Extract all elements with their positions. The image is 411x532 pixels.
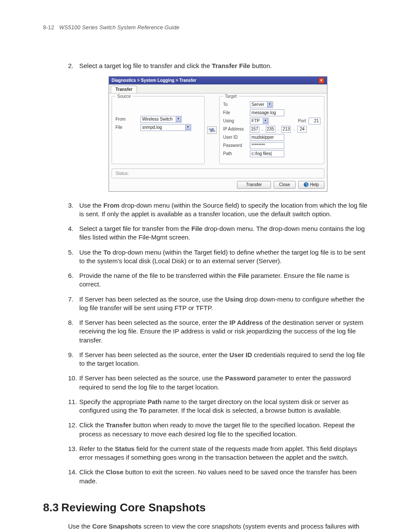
- close-button[interactable]: Close: [274, 181, 296, 189]
- dialog-breadcrumb: Diagnostics > System Logging > Transfer: [112, 78, 196, 84]
- label-from: From: [115, 116, 138, 122]
- step-number: 8.: [68, 318, 79, 345]
- term-transfer-file: Transfer File: [212, 62, 250, 69]
- path-input[interactable]: c:/log files|: [250, 150, 284, 157]
- term-using: Using: [225, 296, 243, 303]
- term-status: Status: [115, 445, 135, 452]
- chevron-down-icon: ▾: [267, 102, 272, 107]
- header-title: WS5100 Series Switch System Reference Gu…: [59, 25, 180, 31]
- step-7: 7. If Server has been selected as the so…: [68, 295, 368, 313]
- from-select[interactable]: Wireless Switch▾: [140, 116, 182, 123]
- legend-target: Target: [223, 93, 239, 100]
- term-password: Password: [225, 374, 256, 382]
- label-using: Using: [223, 118, 247, 124]
- step-number: 14.: [68, 468, 79, 485]
- step-body: Refer to the Status field for the curren…: [79, 445, 368, 462]
- close-icon[interactable]: ×: [318, 78, 324, 84]
- step-11: 11. Specify the appropriate Path name to…: [68, 398, 368, 415]
- page-number: 8-12: [43, 25, 54, 31]
- step-number: 10.: [68, 374, 79, 392]
- term-to: To: [139, 407, 146, 414]
- password-input[interactable]: ********: [250, 142, 284, 149]
- step-body: Select a target log file to transfer and…: [79, 62, 368, 70]
- step-number: 5.: [68, 248, 79, 266]
- step-number: 7.: [68, 295, 79, 313]
- section-number: 8.3: [43, 501, 59, 514]
- label-password: Password: [223, 143, 247, 149]
- step-body: Click the Close button to exit the scree…: [79, 468, 368, 485]
- ip-octet-3[interactable]: 213: [281, 126, 291, 133]
- section-heading: 8.3Reviewing Core Snapshots: [43, 500, 368, 515]
- step-list: 2. Select a target log file to transfer …: [68, 62, 368, 485]
- chevron-down-icon: ▾: [176, 117, 181, 122]
- term-path: Path: [147, 398, 162, 405]
- term-close: Close: [106, 468, 124, 476]
- tab-transfer[interactable]: Transfer: [111, 86, 137, 93]
- transfer-button[interactable]: Transfer: [237, 181, 271, 189]
- label-userid: User ID: [223, 134, 247, 140]
- running-header: 8-12 WS5100 Series Switch System Referen…: [43, 24, 368, 31]
- transfer-arrow-icon: [207, 126, 217, 134]
- term-transfer: Transfer: [106, 421, 131, 429]
- chevron-down-icon: ▾: [263, 118, 268, 124]
- ip-octet-2[interactable]: 235: [266, 126, 275, 133]
- term-to: To: [103, 249, 111, 256]
- step-body: If Server has been selected as the sourc…: [79, 318, 368, 345]
- step-13: 13. Refer to the Status field for the cu…: [68, 445, 368, 462]
- term-user-id: User ID: [230, 351, 252, 358]
- step-body: Select a target file for transfer from t…: [79, 224, 368, 242]
- term-ip-address: IP Address: [230, 319, 263, 326]
- step-body: Use the From drop-down menu (within the …: [79, 201, 368, 219]
- label-target-file: File: [223, 110, 247, 116]
- term-core-snapshots: Core Snapshots: [92, 523, 142, 530]
- step-body: Use the To drop-down menu (within the Ta…: [79, 248, 368, 266]
- step-2: 2. Select a target log file to transfer …: [68, 62, 368, 70]
- dialog-screenshot: Diagnostics > System Logging > Transfer …: [109, 76, 327, 192]
- step-14: 14. Click the Close button to exit the s…: [68, 468, 368, 485]
- status-field: Status:: [112, 168, 324, 179]
- step-8: 8. If Server has been selected as the so…: [68, 318, 368, 345]
- step-12: 12. Click the Transfer button when ready…: [68, 421, 368, 439]
- step-3: 3. Use the From drop-down menu (within t…: [68, 201, 368, 219]
- section-body: Use the Core Snapshots screen to view th…: [68, 522, 368, 532]
- using-select[interactable]: FTP▾: [250, 118, 269, 124]
- fieldset-source: Source From Wireless Switch▾ File snmpd.…: [112, 96, 205, 164]
- step-body: Click the Transfer button when ready to …: [79, 421, 368, 439]
- source-file-select[interactable]: snmpd.log▾: [140, 124, 191, 131]
- step-6: 6. Provide the name of the file to be tr…: [68, 271, 368, 289]
- step-body: If Server has been selected as the sourc…: [79, 351, 368, 368]
- step-body: Specify the appropriate Path name to the…: [79, 398, 368, 415]
- section-title: Reviewing Core Snapshots: [61, 501, 206, 514]
- port-input[interactable]: 21: [308, 118, 321, 124]
- label-to: To: [223, 102, 247, 108]
- step-number: 11.: [68, 398, 79, 415]
- dialog-titlebar: Diagnostics > System Logging > Transfer …: [109, 77, 327, 84]
- step-10: 10. If Server has been selected as the s…: [68, 374, 368, 392]
- help-button[interactable]: Help: [298, 181, 324, 189]
- legend-source: Source: [115, 93, 133, 100]
- step-number: 9.: [68, 351, 79, 368]
- userid-input[interactable]: mudskipper: [250, 134, 284, 141]
- dialog-tabrow: Transfer: [109, 84, 327, 93]
- term-file: File: [191, 225, 202, 232]
- ip-octet-4[interactable]: 24: [297, 126, 307, 133]
- label-path: Path: [223, 151, 247, 157]
- step-number: 2.: [68, 62, 79, 70]
- step-body: Provide the name of the file to be trans…: [79, 271, 368, 289]
- step-body: If Server has been selected as the sourc…: [79, 295, 368, 313]
- step-number: 4.: [68, 224, 79, 242]
- target-file-input[interactable]: message.log: [250, 109, 284, 116]
- step-body: If Server has been selected as the sourc…: [79, 374, 368, 392]
- ip-octet-1[interactable]: 157: [250, 126, 259, 133]
- fieldset-target: Target To Server▾ File message.log Using…: [219, 96, 324, 164]
- term-from: From: [103, 202, 120, 209]
- to-select[interactable]: Server▾: [250, 101, 273, 108]
- dialog-button-row: Transfer Close Help: [109, 181, 327, 191]
- label-ip: IP Address: [223, 126, 247, 132]
- step-9: 9. If Server has been selected as the so…: [68, 351, 368, 368]
- label-source-file: File: [115, 124, 138, 131]
- step-number: 12.: [68, 421, 79, 439]
- step-number: 6.: [68, 271, 79, 289]
- term-file: File: [238, 272, 249, 279]
- help-icon: [304, 182, 308, 187]
